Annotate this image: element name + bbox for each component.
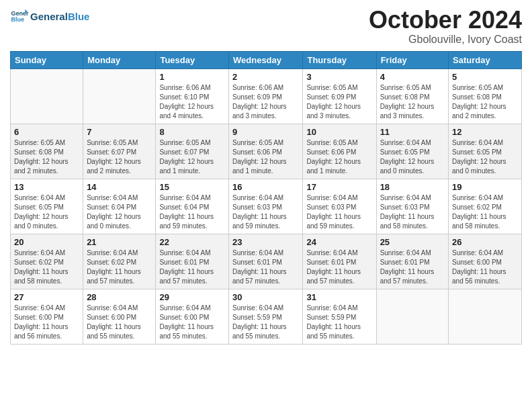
day-info: Sunrise: 6:04 AMSunset: 6:04 PMDaylight:… xyxy=(159,193,225,231)
day-number: 17 xyxy=(306,182,372,192)
col-sunday: Sunday xyxy=(11,51,83,68)
day-number: 23 xyxy=(232,237,299,247)
col-wednesday: Wednesday xyxy=(229,51,303,68)
day-number: 4 xyxy=(380,72,445,82)
table-row: 6Sunrise: 6:05 AMSunset: 6:08 PMDaylight… xyxy=(11,124,83,179)
day-info: Sunrise: 6:04 AMSunset: 6:01 PMDaylight:… xyxy=(380,248,445,286)
table-row: 19Sunrise: 6:04 AMSunset: 6:02 PMDayligh… xyxy=(449,179,522,234)
day-number: 16 xyxy=(232,182,299,192)
day-info: Sunrise: 6:04 AMSunset: 6:00 PMDaylight:… xyxy=(452,248,518,286)
day-number: 10 xyxy=(306,127,372,137)
day-info: Sunrise: 6:05 AMSunset: 6:08 PMDaylight:… xyxy=(14,138,79,176)
table-row: 24Sunrise: 6:04 AMSunset: 6:01 PMDayligh… xyxy=(303,234,376,289)
day-number: 31 xyxy=(306,292,372,302)
day-number: 25 xyxy=(380,237,445,247)
calendar-header-row: Sunday Monday Tuesday Wednesday Thursday… xyxy=(11,51,522,68)
table-row: 21Sunrise: 6:04 AMSunset: 6:02 PMDayligh… xyxy=(83,234,156,289)
day-info: Sunrise: 6:04 AMSunset: 6:01 PMDaylight:… xyxy=(232,248,299,286)
col-friday: Friday xyxy=(376,51,448,68)
table-row: 16Sunrise: 6:04 AMSunset: 6:03 PMDayligh… xyxy=(229,179,303,234)
day-info: Sunrise: 6:04 AMSunset: 6:05 PMDaylight:… xyxy=(14,193,79,231)
logo-general-text: General xyxy=(30,11,68,22)
day-info: Sunrise: 6:04 AMSunset: 5:59 PMDaylight:… xyxy=(232,304,299,341)
day-info: Sunrise: 6:05 AMSunset: 6:07 PMDaylight:… xyxy=(87,138,152,176)
day-info: Sunrise: 6:05 AMSunset: 6:09 PMDaylight:… xyxy=(306,83,372,121)
day-number: 7 xyxy=(87,127,152,137)
day-number: 3 xyxy=(306,72,372,82)
table-row: 10Sunrise: 6:05 AMSunset: 6:06 PMDayligh… xyxy=(303,124,376,179)
table-row: 28Sunrise: 6:04 AMSunset: 6:00 PMDayligh… xyxy=(83,289,156,344)
day-info: Sunrise: 6:04 AMSunset: 6:01 PMDaylight:… xyxy=(159,248,225,286)
day-number: 30 xyxy=(232,292,299,302)
table-row: 26Sunrise: 6:04 AMSunset: 6:00 PMDayligh… xyxy=(449,234,522,289)
table-row: 22Sunrise: 6:04 AMSunset: 6:01 PMDayligh… xyxy=(156,234,229,289)
day-number: 21 xyxy=(87,237,152,247)
day-number: 18 xyxy=(380,182,445,192)
day-info: Sunrise: 6:05 AMSunset: 6:07 PMDaylight:… xyxy=(159,138,225,176)
day-number: 27 xyxy=(14,292,79,302)
logo-blue-text: Blue xyxy=(68,11,90,22)
calendar-week-row: 1Sunrise: 6:06 AMSunset: 6:10 PMDaylight… xyxy=(11,68,522,124)
day-number: 6 xyxy=(14,127,79,137)
day-info: Sunrise: 6:04 AMSunset: 6:02 PMDaylight:… xyxy=(452,193,518,231)
day-number: 20 xyxy=(14,237,79,247)
table-row: 14Sunrise: 6:04 AMSunset: 6:04 PMDayligh… xyxy=(83,179,156,234)
calendar-week-row: 13Sunrise: 6:04 AMSunset: 6:05 PMDayligh… xyxy=(11,179,522,234)
calendar-week-row: 20Sunrise: 6:04 AMSunset: 6:02 PMDayligh… xyxy=(11,234,522,289)
svg-text:Blue: Blue xyxy=(11,16,24,23)
calendar-week-row: 6Sunrise: 6:05 AMSunset: 6:08 PMDaylight… xyxy=(11,124,522,179)
table-row: 25Sunrise: 6:04 AMSunset: 6:01 PMDayligh… xyxy=(376,234,448,289)
title-section: October 2024 Gbolouville, Ivory Coast xyxy=(369,7,522,46)
day-number: 15 xyxy=(159,182,225,192)
table-row: 12Sunrise: 6:04 AMSunset: 6:05 PMDayligh… xyxy=(449,124,522,179)
day-info: Sunrise: 6:06 AMSunset: 6:09 PMDaylight:… xyxy=(232,83,299,121)
table-row: 18Sunrise: 6:04 AMSunset: 6:03 PMDayligh… xyxy=(376,179,448,234)
month-title: October 2024 xyxy=(369,7,522,34)
table-row: 5Sunrise: 6:05 AMSunset: 6:08 PMDaylight… xyxy=(449,68,522,124)
logo-icon: General Blue xyxy=(10,7,29,26)
day-info: Sunrise: 6:06 AMSunset: 6:10 PMDaylight:… xyxy=(159,83,225,121)
day-info: Sunrise: 6:04 AMSunset: 6:00 PMDaylight:… xyxy=(14,304,79,341)
day-info: Sunrise: 6:04 AMSunset: 6:01 PMDaylight:… xyxy=(306,248,372,286)
day-info: Sunrise: 6:04 AMSunset: 6:00 PMDaylight:… xyxy=(87,304,152,341)
day-info: Sunrise: 6:04 AMSunset: 5:59 PMDaylight:… xyxy=(306,304,372,341)
table-row: 3Sunrise: 6:05 AMSunset: 6:09 PMDaylight… xyxy=(303,68,376,124)
day-info: Sunrise: 6:04 AMSunset: 6:03 PMDaylight:… xyxy=(306,193,372,231)
table-row xyxy=(83,68,156,124)
col-tuesday: Tuesday xyxy=(156,51,229,68)
day-info: Sunrise: 6:04 AMSunset: 6:00 PMDaylight:… xyxy=(159,304,225,341)
table-row: 9Sunrise: 6:05 AMSunset: 6:06 PMDaylight… xyxy=(229,124,303,179)
day-number: 5 xyxy=(452,72,518,82)
day-info: Sunrise: 6:05 AMSunset: 6:06 PMDaylight:… xyxy=(232,138,299,176)
day-info: Sunrise: 6:04 AMSunset: 6:05 PMDaylight:… xyxy=(380,138,445,176)
table-row: 29Sunrise: 6:04 AMSunset: 6:00 PMDayligh… xyxy=(156,289,229,344)
day-number: 9 xyxy=(232,127,299,137)
day-info: Sunrise: 6:05 AMSunset: 6:08 PMDaylight:… xyxy=(380,83,445,121)
table-row: 31Sunrise: 6:04 AMSunset: 5:59 PMDayligh… xyxy=(303,289,376,344)
day-number: 22 xyxy=(159,237,225,247)
calendar-week-row: 27Sunrise: 6:04 AMSunset: 6:00 PMDayligh… xyxy=(11,289,522,344)
logo: General Blue GeneralBlue xyxy=(10,7,89,26)
day-info: Sunrise: 6:05 AMSunset: 6:06 PMDaylight:… xyxy=(306,138,372,176)
day-info: Sunrise: 6:04 AMSunset: 6:02 PMDaylight:… xyxy=(14,248,79,286)
day-info: Sunrise: 6:05 AMSunset: 6:08 PMDaylight:… xyxy=(452,83,518,121)
table-row: 4Sunrise: 6:05 AMSunset: 6:08 PMDaylight… xyxy=(376,68,448,124)
col-saturday: Saturday xyxy=(449,51,522,68)
table-row: 13Sunrise: 6:04 AMSunset: 6:05 PMDayligh… xyxy=(11,179,83,234)
table-row xyxy=(449,289,522,344)
table-row xyxy=(11,68,83,124)
table-row: 7Sunrise: 6:05 AMSunset: 6:07 PMDaylight… xyxy=(83,124,156,179)
day-info: Sunrise: 6:04 AMSunset: 6:05 PMDaylight:… xyxy=(452,138,518,176)
day-number: 12 xyxy=(452,127,518,137)
table-row: 17Sunrise: 6:04 AMSunset: 6:03 PMDayligh… xyxy=(303,179,376,234)
day-number: 28 xyxy=(87,292,152,302)
table-row: 27Sunrise: 6:04 AMSunset: 6:00 PMDayligh… xyxy=(11,289,83,344)
table-row: 15Sunrise: 6:04 AMSunset: 6:04 PMDayligh… xyxy=(156,179,229,234)
day-number: 19 xyxy=(452,182,518,192)
col-thursday: Thursday xyxy=(303,51,376,68)
location: Gbolouville, Ivory Coast xyxy=(369,34,522,46)
col-monday: Monday xyxy=(83,51,156,68)
header: General Blue GeneralBlue October 2024 Gb… xyxy=(10,7,522,46)
calendar-table: Sunday Monday Tuesday Wednesday Thursday… xyxy=(10,51,522,345)
table-row: 30Sunrise: 6:04 AMSunset: 5:59 PMDayligh… xyxy=(229,289,303,344)
